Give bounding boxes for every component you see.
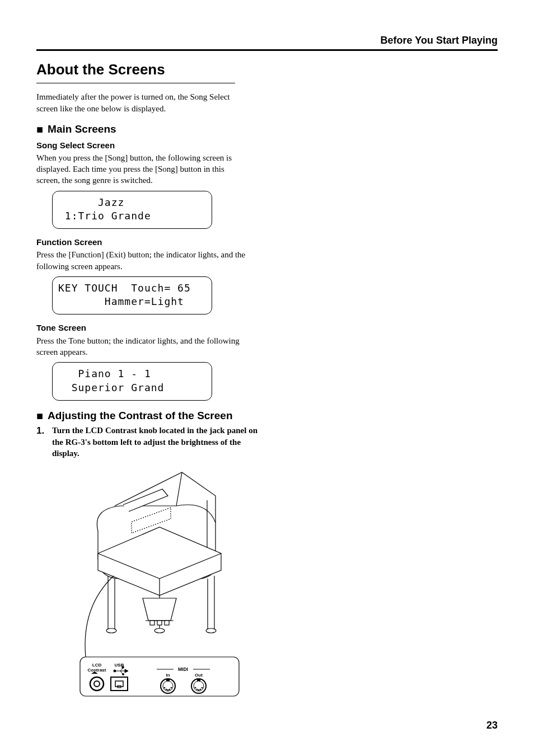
svg-point-47 xyxy=(202,687,203,689)
svg-rect-20 xyxy=(80,657,239,696)
lcd-line: KEY TOUCH Touch= 65 xyxy=(58,282,191,294)
square-bullet-icon: ■ xyxy=(36,410,43,421)
svg-point-35 xyxy=(164,687,166,689)
svg-rect-19 xyxy=(165,621,169,625)
lcd-line: Jazz xyxy=(58,196,124,208)
function-lcd: KEY TOUCH Touch= 65 Hammer=Light xyxy=(52,276,212,315)
contrast-label: Contrast xyxy=(88,668,106,673)
lcd-line: 1:Trio Grande xyxy=(58,210,151,222)
piano-illustration-icon: LCD Contrast USB MIDI In Out xyxy=(76,467,243,702)
section-title: About the Screens xyxy=(36,60,498,79)
tone-body: Press the Tone button; the indicator lig… xyxy=(36,335,249,358)
svg-point-14 xyxy=(154,628,165,633)
midi-out-label: Out xyxy=(195,673,203,678)
midi-label: MIDI xyxy=(178,666,188,672)
step-1: 1. Turn the LCD Contrast knob located in… xyxy=(36,425,257,459)
adjusting-label: Adjusting the Contrast of the Screen xyxy=(48,408,232,423)
midi-in-label: In xyxy=(166,673,170,678)
function-body: Press the [Function] (Exit) button; the … xyxy=(36,249,249,272)
main-screens-heading: ■ Main Screens xyxy=(36,122,498,137)
svg-line-0 xyxy=(176,472,182,506)
running-header: Before You Start Playing xyxy=(36,34,498,47)
svg-point-37 xyxy=(167,689,169,691)
svg-point-38 xyxy=(169,689,171,691)
svg-point-26 xyxy=(123,674,124,675)
step-text: Turn the LCD Contrast knob located in th… xyxy=(52,425,257,459)
lcd-line: Hammer=Light xyxy=(58,295,184,307)
song-select-lcd: Jazz 1:Trio Grande xyxy=(52,191,212,229)
svg-point-43 xyxy=(195,687,196,689)
lcd-label: LCD xyxy=(92,663,102,668)
piano-figure: LCD Contrast USB MIDI In Out xyxy=(76,467,243,702)
intro-paragraph: Immediately after the power is turned on… xyxy=(36,91,249,114)
svg-rect-40 xyxy=(166,679,170,681)
svg-point-46 xyxy=(200,689,202,691)
tone-lcd: Piano 1 - 1 Superior Grand xyxy=(52,362,212,401)
main-screens-label: Main Screens xyxy=(48,122,116,137)
tone-title: Tone Screen xyxy=(36,322,498,334)
svg-rect-18 xyxy=(157,621,162,625)
lcd-line: Superior Grand xyxy=(58,382,164,393)
svg-point-45 xyxy=(198,689,200,691)
header-rule xyxy=(36,49,498,51)
svg-point-44 xyxy=(196,689,198,691)
square-bullet-icon: ■ xyxy=(36,124,43,135)
page-number: 23 xyxy=(36,719,498,732)
song-select-title: Song Select Screen xyxy=(36,140,498,151)
svg-point-13 xyxy=(206,628,216,633)
function-title: Function Screen xyxy=(36,237,498,248)
svg-rect-17 xyxy=(150,621,154,625)
svg-marker-15 xyxy=(143,598,176,621)
song-select-body: When you press the [Song] button, the fo… xyxy=(36,152,249,186)
lcd-line: Piano 1 - 1 xyxy=(58,368,151,379)
svg-point-36 xyxy=(166,689,167,691)
svg-rect-48 xyxy=(197,679,200,681)
svg-point-39 xyxy=(171,687,172,689)
adjusting-heading: ■ Adjusting the Contrast of the Screen xyxy=(36,408,498,423)
svg-rect-25 xyxy=(122,666,124,668)
svg-point-12 xyxy=(106,628,116,633)
step-number: 1. xyxy=(36,425,46,459)
section-rule xyxy=(36,83,235,83)
